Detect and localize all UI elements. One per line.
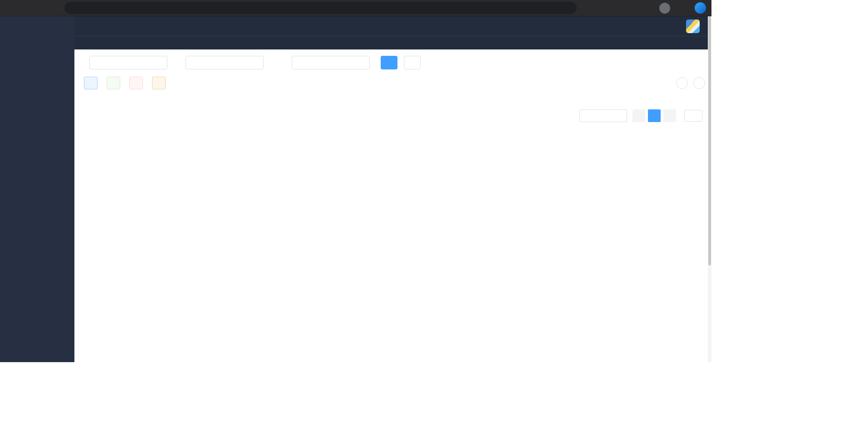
export-button[interactable] bbox=[152, 77, 166, 89]
prev-page-button[interactable] bbox=[633, 109, 645, 122]
home-button[interactable] bbox=[43, 1, 58, 15]
extensions-button[interactable] bbox=[583, 1, 598, 15]
tabs-bar bbox=[74, 36, 711, 49]
header-actions bbox=[632, 20, 704, 33]
main-panel bbox=[74, 16, 711, 362]
refresh-button[interactable] bbox=[24, 1, 39, 15]
goto-page-input[interactable] bbox=[684, 110, 702, 122]
edit-button[interactable] bbox=[107, 77, 120, 89]
address-bar[interactable] bbox=[64, 2, 577, 14]
sidebar bbox=[0, 16, 74, 362]
page-1-button[interactable] bbox=[648, 109, 661, 122]
bing-icon[interactable] bbox=[695, 2, 706, 14]
table-toolbar bbox=[84, 77, 705, 89]
toolbar-right bbox=[676, 77, 705, 89]
search-form bbox=[84, 56, 705, 69]
browser-toolbar bbox=[0, 0, 711, 16]
favorites-button[interactable] bbox=[621, 1, 637, 15]
next-page-button[interactable] bbox=[663, 109, 676, 122]
bing-discover[interactable] bbox=[695, 1, 707, 15]
post-code-input[interactable] bbox=[89, 56, 167, 69]
split-screen-button[interactable] bbox=[602, 1, 618, 15]
app-logo bbox=[0, 16, 74, 36]
browser-profile-button[interactable] bbox=[659, 3, 670, 14]
reset-button[interactable] bbox=[404, 56, 421, 69]
browser-window bbox=[0, 0, 711, 362]
page-size-select[interactable] bbox=[579, 109, 627, 122]
collections-button[interactable] bbox=[640, 1, 656, 15]
delete-button[interactable] bbox=[129, 77, 143, 89]
screenshot-canvas bbox=[0, 0, 868, 442]
page-content bbox=[74, 49, 711, 362]
scrollbar-thumb[interactable] bbox=[708, 16, 711, 265]
settings-more-button[interactable] bbox=[674, 1, 689, 15]
status-select[interactable] bbox=[292, 56, 370, 69]
scrollbar[interactable] bbox=[708, 16, 711, 362]
app-header bbox=[74, 16, 711, 36]
back-button[interactable] bbox=[5, 1, 20, 15]
show-search-button[interactable] bbox=[676, 77, 688, 89]
add-button[interactable] bbox=[84, 77, 98, 89]
user-avatar[interactable] bbox=[686, 20, 700, 33]
refresh-table-button[interactable] bbox=[693, 77, 705, 89]
pagination bbox=[84, 109, 705, 122]
search-button[interactable] bbox=[381, 56, 397, 69]
admin-app bbox=[0, 16, 711, 362]
post-name-input[interactable] bbox=[186, 56, 264, 69]
